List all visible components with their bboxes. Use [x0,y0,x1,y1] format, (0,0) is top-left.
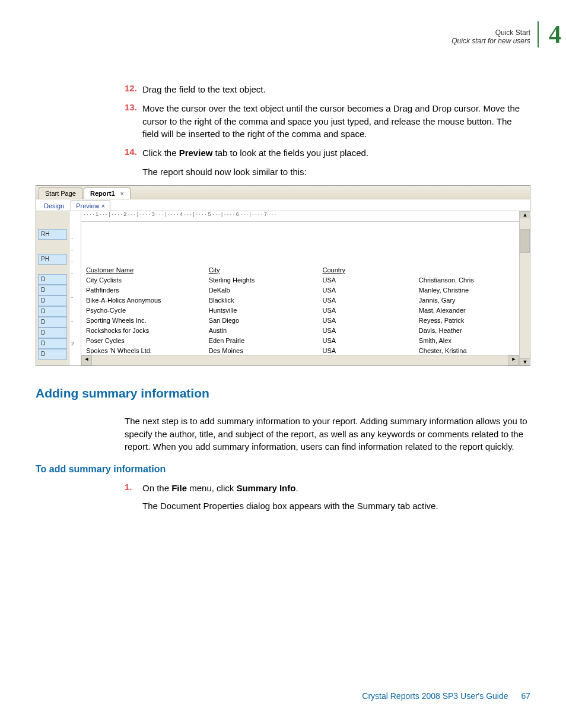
cell: Psycho-Cycle [81,306,204,316]
tab-start-page[interactable]: Start Page [39,187,82,199]
section-rh[interactable]: RH [38,229,67,240]
step-text-bold: File [171,483,187,493]
page-footer: Crystal Reports 2008 SP3 User's Guide 67 [362,691,530,701]
cell: USA [318,285,414,295]
cell: USA [318,346,414,355]
cell: USA [318,306,414,316]
section-d[interactable]: D [38,274,67,285]
cell: Jannis, Gary [414,295,519,306]
section-d[interactable]: D [38,317,67,328]
sub-heading: To add summary information [36,464,530,475]
scroll-thumb[interactable] [520,229,530,253]
step-number: 14. [125,147,142,160]
ruler-tick: - [71,235,73,241]
step-text: Click the Preview tab to look at the fie… [142,147,368,160]
section-gutter: RH PH D D D D D D D D [36,211,69,365]
report-canvas[interactable]: Customer Name City Country City Cyclists… [81,222,519,355]
table-row[interactable]: City CyclistsSterling HeightsUSAChristia… [81,275,519,285]
close-icon[interactable]: × [101,202,104,209]
col-header[interactable]: Country [318,265,414,275]
cell: USA [318,295,414,306]
step-1: 1. On the File menu, click Summary Info. [125,482,530,495]
table-row[interactable]: Psycho-CycleHuntsvilleUSAMast, Alexander [81,306,519,316]
cell: Huntsville [204,306,318,316]
table-row[interactable]: Spokes 'N Wheels Ltd.Des MoinesUSACheste… [81,346,519,355]
step-text: Drag the field to the text object. [142,83,266,96]
cell: USA [318,326,414,336]
canvas-wrap: · · · · 1 · · · | · · · · 2 · · · | · · … [81,211,519,365]
cell: Bike-A-Holics Anonymous [81,295,204,306]
cell: USA [318,275,414,285]
horizontal-ruler: · · · · 1 · · · | · · · · 2 · · · | · · … [81,211,519,222]
close-icon[interactable]: × [120,190,124,197]
ruler-tick: - [71,294,73,300]
section-d[interactable]: D [38,295,67,306]
scroll-down-icon[interactable]: ▼ [520,358,530,365]
document-tab-row: Start Page Report1 × [36,186,530,199]
cell: Chester, Kristina [414,346,519,355]
section-d[interactable]: D [38,349,67,360]
chapter-number: 4 [538,21,561,47]
tab-report1[interactable]: Report1 × [84,187,131,199]
steps-list-2: 1. On the File menu, click Summary Info. [125,482,530,495]
step-text-part: . [295,483,298,493]
cell: Des Moines [204,346,318,355]
step-number: 13. [125,102,142,141]
cell: Blacklick [204,295,318,306]
table-row[interactable]: PathfindersDeKalbUSAManley, Christine [81,285,519,295]
section-ph[interactable]: PH [38,254,67,265]
table-row[interactable]: Poser CyclesEden PrairieUSASmith, Alex [81,336,519,346]
step-text-bold: Preview [179,148,213,158]
cell: San Diego [204,316,318,326]
step-14: 14. Click the Preview tab to look at the… [125,147,530,160]
scroll-left-icon[interactable]: ◄ [81,355,92,365]
table-row[interactable]: Bike-A-Holics AnonymousBlacklickUSAJanni… [81,295,519,306]
cell: Sterling Heights [204,275,318,285]
cell: Mast, Alexander [414,306,519,316]
step-text: On the File menu, click Summary Info. [142,482,298,495]
cell: Manley, Christine [414,285,519,295]
section-d[interactable]: D [38,328,67,338]
cell: Poser Cycles [81,336,204,346]
cell: Pathfinders [81,285,204,295]
table-row[interactable]: Rockshocks for JocksAustinUSADavis, Heat… [81,326,519,336]
step-number: 12. [125,83,142,96]
section-d[interactable]: D [38,285,67,295]
tab-label: Preview [76,202,99,209]
ruler-tick: - [71,259,73,265]
result-text: The report should now look similar to th… [142,167,530,177]
tab-label: Report1 [90,190,115,197]
sub-result-text: The Document Properties dialog box appea… [142,501,530,511]
horizontal-scrollbar[interactable]: ◄ ► [81,355,519,365]
cell: Sporting Wheels Inc. [81,316,204,326]
cell: USA [318,336,414,346]
scroll-right-icon[interactable]: ► [508,355,519,365]
cell: Spokes 'N Wheels Ltd. [81,346,204,355]
scroll-up-icon[interactable]: ▲ [520,211,530,218]
report-screenshot: Start Page Report1 × Design Preview × RH… [36,185,530,366]
col-header[interactable]: Customer Name [81,265,204,275]
cell: DeKalb [204,285,318,295]
step-text-part: Click the [142,148,179,158]
scroll-track[interactable] [520,253,530,358]
vertical-scrollbar[interactable]: ▲ ▼ [519,211,530,365]
ruler-tick: - [71,247,73,253]
ruler-tick: - [71,271,73,276]
cell: USA [318,316,414,326]
col-header[interactable]: City [204,265,318,275]
cell: City Cyclists [81,275,204,285]
step-text-part: On the [142,483,171,493]
step-text-part: tab to look at the fields you just place… [212,148,368,158]
tab-design[interactable]: Design [39,201,69,211]
section-d[interactable]: D [38,338,67,349]
col-header[interactable] [414,265,519,275]
table-row[interactable]: Sporting Wheels Inc.San DiegoUSAReyess, … [81,316,519,326]
tab-preview[interactable]: Preview × [71,201,110,211]
cell: Christianson, Chris [414,275,519,285]
cell: Austin [204,326,318,336]
scroll-track[interactable] [92,355,508,365]
footer-page-number: 67 [521,691,530,701]
step-text: Move the cursor over the text object unt… [142,102,530,141]
cell: Rockshocks for Jocks [81,326,204,336]
section-d[interactable]: D [38,306,67,317]
